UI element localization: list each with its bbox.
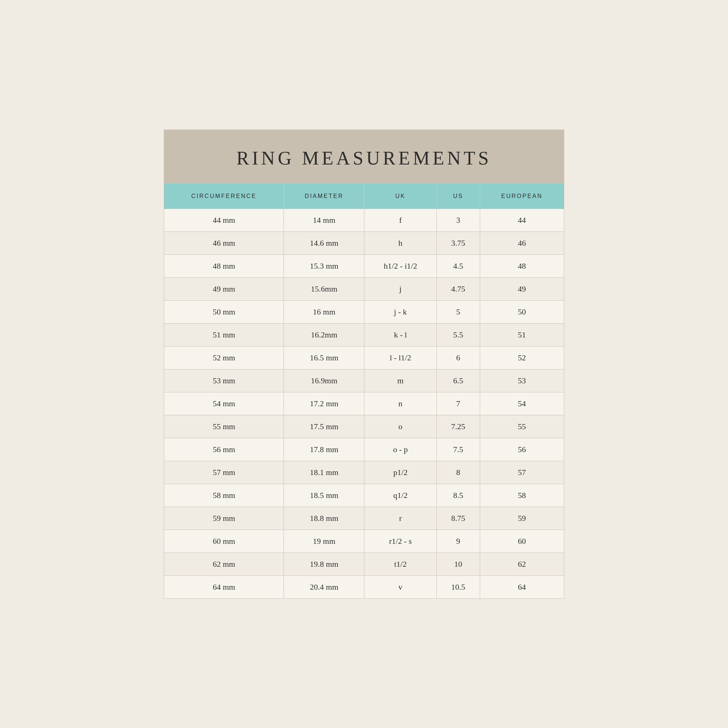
- cell-uk: r1/2 - s: [364, 530, 436, 552]
- cell-european: 58: [480, 484, 564, 507]
- cell-us: 3.75: [436, 231, 480, 254]
- cell-european: 51: [480, 323, 564, 346]
- cell-uk: v: [364, 575, 436, 598]
- cell-european: 53: [480, 369, 564, 392]
- cell-diameter: 20.4 mm: [284, 575, 364, 598]
- cell-circumference: 64 mm: [164, 575, 284, 598]
- cell-diameter: 15.6mm: [284, 277, 364, 300]
- table-row: 53 mm16.9mmm6.553: [164, 369, 564, 392]
- cell-us: 7.25: [436, 415, 480, 438]
- cell-us: 7: [436, 392, 480, 415]
- cell-circumference: 57 mm: [164, 461, 284, 484]
- cell-diameter: 14.6 mm: [284, 231, 364, 254]
- cell-us: 8.5: [436, 484, 480, 507]
- cell-us: 10.5: [436, 575, 480, 598]
- cell-diameter: 18.8 mm: [284, 507, 364, 530]
- table-row: 50 mm16 mmj - k550: [164, 300, 564, 323]
- cell-us: 5: [436, 300, 480, 323]
- cell-diameter: 14 mm: [284, 209, 364, 232]
- table-header-row: CIRCUMFERENCE DIAMETER UK US EUROPEAN: [164, 184, 564, 209]
- cell-european: 55: [480, 415, 564, 438]
- cell-us: 6.5: [436, 369, 480, 392]
- cell-diameter: 17.5 mm: [284, 415, 364, 438]
- cell-european: 52: [480, 346, 564, 369]
- table-row: 54 mm17.2 mmn754: [164, 392, 564, 415]
- table-row: 58 mm18.5 mmq1/28.558: [164, 484, 564, 507]
- cell-circumference: 50 mm: [164, 300, 284, 323]
- cell-uk: j: [364, 277, 436, 300]
- col-header-circumference: CIRCUMFERENCE: [164, 184, 284, 209]
- cell-european: 62: [480, 552, 564, 575]
- table-row: 44 mm14 mmf344: [164, 209, 564, 232]
- cell-european: 57: [480, 461, 564, 484]
- cell-circumference: 59 mm: [164, 507, 284, 530]
- cell-circumference: 60 mm: [164, 530, 284, 552]
- cell-us: 3: [436, 209, 480, 232]
- cell-european: 56: [480, 438, 564, 461]
- table-row: 48 mm15.3 mmh1/2 - i1/24.548: [164, 254, 564, 277]
- cell-uk: o - p: [364, 438, 436, 461]
- cell-circumference: 53 mm: [164, 369, 284, 392]
- cell-us: 10: [436, 552, 480, 575]
- table-row: 59 mm18.8 mmr8.7559: [164, 507, 564, 530]
- cell-diameter: 16.2mm: [284, 323, 364, 346]
- cell-uk: r: [364, 507, 436, 530]
- table-row: 52 mm16.5 mml - l1/2652: [164, 346, 564, 369]
- cell-diameter: 19 mm: [284, 530, 364, 552]
- cell-circumference: 54 mm: [164, 392, 284, 415]
- cell-diameter: 17.2 mm: [284, 392, 364, 415]
- cell-uk: p1/2: [364, 461, 436, 484]
- cell-uk: o: [364, 415, 436, 438]
- cell-us: 4.75: [436, 277, 480, 300]
- cell-uk: t1/2: [364, 552, 436, 575]
- cell-european: 49: [480, 277, 564, 300]
- cell-uk: k - l: [364, 323, 436, 346]
- col-header-european: EUROPEAN: [480, 184, 564, 209]
- cell-us: 7.5: [436, 438, 480, 461]
- cell-circumference: 62 mm: [164, 552, 284, 575]
- cell-european: 60: [480, 530, 564, 552]
- cell-diameter: 18.5 mm: [284, 484, 364, 507]
- ring-measurements-table: CIRCUMFERENCE DIAMETER UK US EUROPEAN 44…: [164, 184, 564, 598]
- cell-uk: q1/2: [364, 484, 436, 507]
- table-wrapper: CIRCUMFERENCE DIAMETER UK US EUROPEAN 44…: [164, 184, 564, 598]
- cell-circumference: 56 mm: [164, 438, 284, 461]
- cell-uk: h: [364, 231, 436, 254]
- cell-circumference: 49 mm: [164, 277, 284, 300]
- cell-circumference: 52 mm: [164, 346, 284, 369]
- col-header-uk: UK: [364, 184, 436, 209]
- cell-uk: f: [364, 209, 436, 232]
- cell-circumference: 44 mm: [164, 209, 284, 232]
- col-header-us: US: [436, 184, 480, 209]
- cell-us: 4.5: [436, 254, 480, 277]
- table-row: 60 mm19 mmr1/2 - s960: [164, 530, 564, 552]
- cell-us: 8: [436, 461, 480, 484]
- cell-circumference: 58 mm: [164, 484, 284, 507]
- cell-diameter: 19.8 mm: [284, 552, 364, 575]
- cell-diameter: 16.9mm: [284, 369, 364, 392]
- table-row: 46 mm14.6 mmh3.7546: [164, 231, 564, 254]
- cell-circumference: 55 mm: [164, 415, 284, 438]
- cell-circumference: 48 mm: [164, 254, 284, 277]
- col-header-diameter: DIAMETER: [284, 184, 364, 209]
- table-row: 64 mm20.4 mmv10.564: [164, 575, 564, 598]
- cell-uk: n: [364, 392, 436, 415]
- ring-measurements-card: RING MEASUREMENTS CIRCUMFERENCE DIAMETER…: [164, 130, 564, 599]
- page-title: RING MEASUREMENTS: [179, 147, 549, 169]
- cell-uk: h1/2 - i1/2: [364, 254, 436, 277]
- cell-diameter: 15.3 mm: [284, 254, 364, 277]
- cell-us: 6: [436, 346, 480, 369]
- table-row: 56 mm17.8 mmo - p7.556: [164, 438, 564, 461]
- cell-uk: j - k: [364, 300, 436, 323]
- table-row: 62 mm19.8 mmt1/21062: [164, 552, 564, 575]
- cell-circumference: 51 mm: [164, 323, 284, 346]
- cell-diameter: 16.5 mm: [284, 346, 364, 369]
- cell-european: 46: [480, 231, 564, 254]
- cell-diameter: 18.1 mm: [284, 461, 364, 484]
- cell-european: 59: [480, 507, 564, 530]
- cell-uk: l - l1/2: [364, 346, 436, 369]
- cell-uk: m: [364, 369, 436, 392]
- cell-circumference: 46 mm: [164, 231, 284, 254]
- cell-european: 50: [480, 300, 564, 323]
- table-row: 57 mm18.1 mmp1/2857: [164, 461, 564, 484]
